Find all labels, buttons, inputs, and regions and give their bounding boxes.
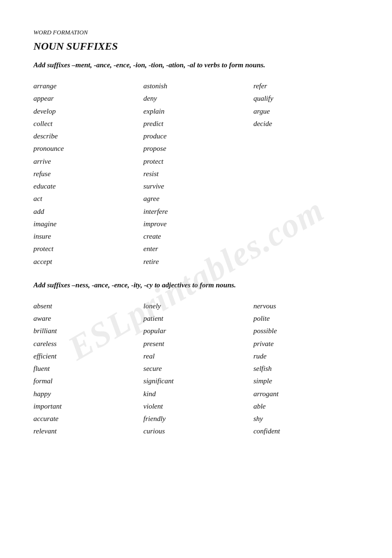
word-item: refuse <box>33 168 138 180</box>
word-item: propose <box>143 142 248 155</box>
word-item: refer <box>254 80 359 92</box>
section2-col1: absentawarebrilliantcarelessefficientflu… <box>33 300 138 438</box>
main-title: NOUN SUFFIXES <box>33 40 359 53</box>
word-item: educate <box>33 180 138 192</box>
section1-col2: astonishdenyexplainpredictproducepropose… <box>143 80 248 268</box>
word-item: arrogant <box>254 388 359 400</box>
word-item: selfish <box>254 362 359 375</box>
word-item: patient <box>143 312 248 325</box>
word-item: fluent <box>33 362 138 375</box>
word-item: improve <box>143 218 248 230</box>
word-item: real <box>143 350 248 362</box>
word-item: decide <box>254 117 359 130</box>
word-item: create <box>143 230 248 242</box>
word-item: important <box>33 400 138 412</box>
word-item: predict <box>143 117 248 130</box>
word-item: accurate <box>33 412 138 425</box>
word-item: pronounce <box>33 142 138 155</box>
word-item: interfere <box>143 205 248 218</box>
word-item: argue <box>254 105 359 117</box>
word-item: lonely <box>143 300 248 312</box>
word-item: accept <box>33 255 138 268</box>
word-item: enter <box>143 242 248 255</box>
word-item: protect <box>143 155 248 168</box>
word-item: happy <box>33 388 138 400</box>
word-item: insure <box>33 230 138 242</box>
word-item: retire <box>143 255 248 268</box>
word-item: kind <box>143 388 248 400</box>
section2-col2: lonelypatientpopularpresentrealsecuresig… <box>143 300 248 438</box>
word-item: shy <box>254 412 359 425</box>
section2-col3: nervouspolitepossibleprivaterudeselfishs… <box>254 300 359 438</box>
section2-word-grid: absentawarebrilliantcarelessefficientflu… <box>33 300 359 438</box>
word-item: brilliant <box>33 325 138 337</box>
word-item: appear <box>33 92 138 105</box>
word-item: formal <box>33 375 138 387</box>
word-item: aware <box>33 312 138 325</box>
word-item: collect <box>33 117 138 130</box>
word-item: efficient <box>33 350 138 362</box>
word-item: deny <box>143 92 248 105</box>
word-item: describe <box>33 130 138 142</box>
word-item: arrange <box>33 80 138 92</box>
word-item: able <box>254 400 359 412</box>
word-item: careless <box>33 337 138 350</box>
word-item: act <box>33 192 138 205</box>
word-item: survive <box>143 180 248 192</box>
word-item: explain <box>143 105 248 117</box>
word-item: popular <box>143 325 248 337</box>
section1-word-grid: arrangeappeardevelopcollectdescribeprono… <box>33 80 359 268</box>
section1-instruction: Add suffixes –ment, -ance, -ence, -ion, … <box>33 61 359 69</box>
word-item: relevant <box>33 425 138 437</box>
word-item: secure <box>143 362 248 375</box>
word-item: add <box>33 205 138 218</box>
word-item: rude <box>254 350 359 362</box>
word-item: curious <box>143 425 248 437</box>
word-item: private <box>254 337 359 350</box>
word-item: imagine <box>33 218 138 230</box>
word-item: absent <box>33 300 138 312</box>
word-item: produce <box>143 130 248 142</box>
word-item: develop <box>33 105 138 117</box>
section1-col3: referqualifyarguedecide <box>254 80 359 268</box>
word-item: significant <box>143 375 248 387</box>
section2-instruction: Add suffixes –ness, -ance, -ence, -ity, … <box>33 281 359 289</box>
word-item: astonish <box>143 80 248 92</box>
word-item: simple <box>254 375 359 387</box>
word-item: agree <box>143 192 248 205</box>
word-item: violent <box>143 400 248 412</box>
word-item: possible <box>254 325 359 337</box>
word-item: friendly <box>143 412 248 425</box>
word-item: polite <box>254 312 359 325</box>
word-item: confident <box>254 425 359 437</box>
word-item: present <box>143 337 248 350</box>
word-item: protect <box>33 242 138 255</box>
section1-col1: arrangeappeardevelopcollectdescribeprono… <box>33 80 138 268</box>
page-label: WORD FORMATION <box>33 29 359 36</box>
word-item: qualify <box>254 92 359 105</box>
word-item: arrive <box>33 155 138 168</box>
word-item: resist <box>143 168 248 180</box>
word-item: nervous <box>254 300 359 312</box>
